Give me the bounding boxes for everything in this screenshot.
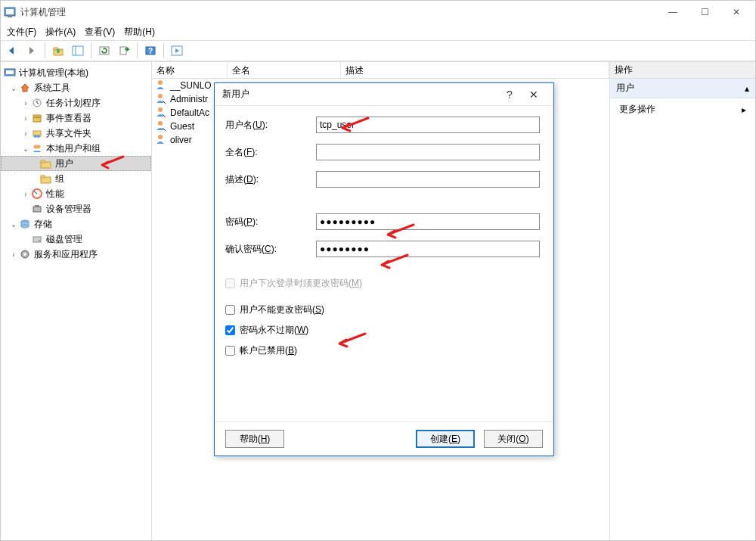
confirm-password-label: 确认密码(C): [225,243,316,256]
toolbar-export-icon[interactable] [116,42,132,59]
close-dialog-button[interactable]: 关闭(O) [484,430,543,448]
svg-point-21 [37,145,41,149]
minimize-button[interactable]: — [657,2,689,23]
description-input[interactable] [316,171,540,188]
tree-services-apps[interactable]: › 服务和应用程序 [1,247,151,262]
dialog-titlebar: 新用户 ? ✕ [215,83,553,106]
toolbar-showhide-icon[interactable] [70,42,86,59]
svg-rect-25 [41,176,45,178]
col-name[interactable]: 名称 [152,62,228,78]
chevron-right-icon[interactable]: › [20,114,31,123]
tree-storage[interactable]: ⌄ 存储 [1,216,151,232]
checkbox-never-expire[interactable] [225,325,235,335]
chevron-right-icon[interactable]: › [20,190,31,198]
menu-view[interactable]: 查看(V) [85,26,115,39]
chevron-down-icon[interactable]: ⌄ [8,84,19,92]
menu-help[interactable]: 帮助(H) [124,26,155,39]
app-icon [4,6,16,18]
svg-rect-1 [6,9,14,14]
chevron-down-icon[interactable]: ⌄ [20,145,31,153]
svg-rect-2 [8,16,12,17]
username-label: 用户名(U): [225,119,316,132]
svg-point-35 [23,253,26,256]
checkbox-cannot-change[interactable] [225,305,235,315]
tree-system-tools[interactable]: ⌄ 系统工具 [1,80,151,95]
chk-disabled[interactable]: 帐户已禁用(B) [225,344,540,357]
description-label: 描述(D): [225,173,316,186]
svg-rect-23 [41,160,45,163]
dialog-buttons: 帮助(H) 创建(E) 关闭(O) [215,421,553,455]
svg-point-18 [34,135,37,138]
tree-performance[interactable]: › 性能 [1,186,151,201]
window-title: 计算机管理 [20,6,66,19]
chk-must-change: 用户下次登录时须更改密码(M) [225,277,540,290]
chevron-right-icon: ▸ [742,104,746,115]
dialog-body: 用户名(U): 全名(F): 描述(D): 密码(P): 确认密码(C): [215,106,553,421]
chevron-right-icon[interactable]: › [20,99,31,107]
chevron-right-icon[interactable]: › [8,250,19,259]
fullname-input[interactable] [316,144,540,160]
tools-icon [19,82,31,93]
user-icon [155,92,167,107]
svg-rect-28 [35,205,39,207]
tree-event-viewer[interactable]: › 事件查看器 [1,110,151,126]
toolbar: ? [1,40,755,61]
tree-disk-management[interactable]: 磁盘管理 [1,232,151,247]
toolbar-forward-icon[interactable] [23,42,40,59]
clock-icon [31,98,43,108]
tree-users[interactable]: 用户 [1,156,151,171]
help-button[interactable]: 帮助(H) [225,430,284,448]
tree-task-scheduler[interactable]: › 任务计划程序 [1,95,151,110]
menubar: 文件(F) 操作(A) 查看(V) 帮助(H) [1,23,755,40]
shared-icon [31,128,43,138]
svg-point-38 [158,107,163,112]
tree-groups[interactable]: 组 [1,171,151,186]
tree-local-users[interactable]: ⌄ 本地用户和组 [1,141,151,156]
toolbar-back-icon[interactable] [4,42,20,59]
chevron-right-icon[interactable]: › [20,129,31,138]
toolbar-help-icon[interactable]: ? [142,42,159,59]
username-input[interactable] [316,117,540,133]
svg-rect-13 [6,70,14,74]
svg-rect-4 [54,48,57,50]
chevron-down-icon[interactable]: ⌄ [8,220,19,229]
tree-shared-folders[interactable]: › 共享文件夹 [1,126,151,141]
svg-point-39 [158,121,163,126]
svg-text:?: ? [148,47,153,55]
confirm-password-input[interactable] [316,241,540,257]
menu-file[interactable]: 文件(F) [7,26,36,39]
dialog-help-button[interactable]: ? [497,86,522,104]
menu-action[interactable]: 操作(A) [45,26,76,39]
performance-icon [31,188,43,199]
tree-pane[interactable]: 计算机管理(本地) ⌄ 系统工具 › 任务计划程序 › 事件查看器 › 共享文件… [1,62,152,540]
tree-device-manager[interactable]: 设备管理器 [1,201,151,216]
toolbar-refresh-icon[interactable] [96,42,113,59]
svg-rect-15 [33,115,41,122]
col-fullname[interactable]: 全名 [228,62,341,78]
svg-rect-32 [33,237,41,242]
chevron-up-icon: ▴ [745,83,749,94]
chk-never-expire[interactable]: 密码永不过期(W) [225,324,540,337]
actions-more[interactable]: 更多操作 ▸ [610,98,755,120]
user-icon [155,106,167,120]
chk-cannot-change[interactable]: 用户不能更改密码(S) [225,303,540,316]
col-desc[interactable]: 描述 [341,62,609,78]
toolbar-play-icon[interactable] [169,42,185,59]
actions-sub-users[interactable]: 用户 ▴ [610,79,755,98]
tree-root[interactable]: 计算机管理(本地) [1,65,151,80]
create-button[interactable]: 创建(E) [416,430,475,448]
toolbar-up-icon[interactable] [50,42,67,59]
password-label: 密码(P): [225,216,316,229]
svg-point-40 [158,135,163,139]
folder-icon [40,158,52,169]
dialog-close-button[interactable]: ✕ [522,86,546,104]
maximize-button[interactable]: ☐ [689,2,720,23]
svg-rect-8 [120,47,126,54]
actions-pane: 操作 用户 ▴ 更多操作 ▸ [610,62,755,540]
new-user-dialog: 新用户 ? ✕ 用户名(U): 全名(F): 描述(D): 密码(P): [214,82,554,456]
checkbox-account-disabled[interactable] [225,346,235,356]
users-icon [31,143,43,154]
password-input[interactable] [316,213,540,230]
close-button[interactable]: ✕ [720,2,752,23]
dialog-title: 新用户 [222,88,249,101]
